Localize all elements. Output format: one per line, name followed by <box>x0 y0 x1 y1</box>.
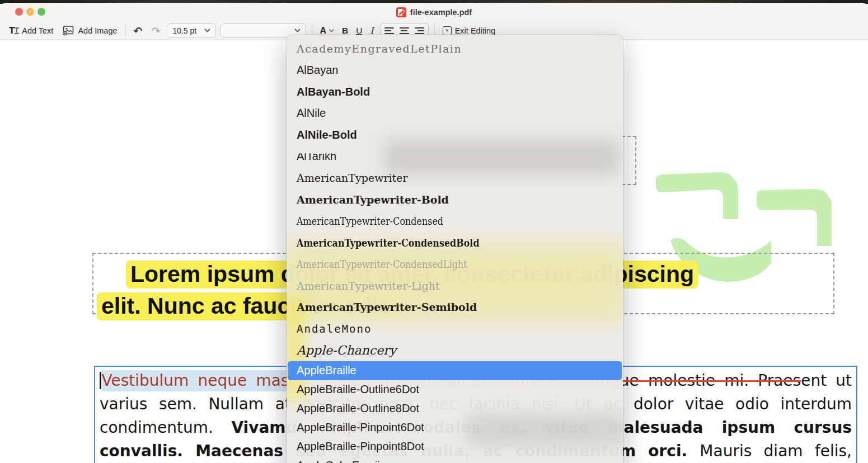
font-option[interactable]: AppleColorEmoji <box>287 456 623 463</box>
font-color-label: A <box>320 26 326 36</box>
font-size-select[interactable]: 10.5 pt <box>167 23 216 38</box>
font-option[interactable]: AppleBraille-Outline6Dot <box>287 380 623 399</box>
chevron-down-icon <box>294 29 301 32</box>
add-text-button[interactable]: T⌶ Add Text <box>4 23 58 39</box>
window-title: file-example.pdf <box>410 8 472 17</box>
add-image-button[interactable]: Add Image <box>58 23 121 39</box>
redo-button[interactable]: ↷ <box>147 23 165 39</box>
struck-text: ue molestie mi. Praes <box>620 371 801 390</box>
font-option[interactable]: AlBayan <box>287 60 623 82</box>
screen: { "window": { "title": "file-example.pdf… <box>0 0 868 463</box>
font-option-label: AppleBraille-Outline6Dot <box>297 383 419 396</box>
underline-label: U <box>356 26 362 36</box>
font-option[interactable]: AppleBraille-Pinpoint6Dot <box>287 418 623 437</box>
font-option[interactable]: AlNile <box>287 103 623 125</box>
font-size-value: 10.5 pt <box>172 26 196 35</box>
font-option-label: AmericanTypewriter-CondensedBold <box>297 237 480 249</box>
redo-icon: ↷ <box>151 25 160 37</box>
exit-editing-label: Exit Editing <box>455 26 496 35</box>
font-option-label: AmericanTypewriter-Semibold <box>297 301 477 313</box>
font-option-label: AlTarikh <box>297 150 336 163</box>
text-caret <box>100 372 101 389</box>
text-cursor-icon: T⌶ <box>9 26 18 36</box>
font-option-label: Apple-Chancery <box>297 343 396 357</box>
font-option[interactable]: AmericanTypewriter-Light <box>287 275 623 297</box>
font-option[interactable]: AlNile-Bold <box>287 124 623 146</box>
font-option-label: AmericanTypewriter-Bold <box>297 193 449 206</box>
font-option[interactable]: AppleBraille-Pinpoint8Dot <box>287 437 623 456</box>
font-option-label: AlNile <box>297 107 326 120</box>
font-option-label: AppleBraille <box>297 364 356 377</box>
font-option-label: AppleBraille-Pinpoint6Dot <box>297 421 424 434</box>
font-option-label: AcademyEngravedLetPlain <box>297 42 462 55</box>
font-family-dropdown-menu: AcademyEngravedLetPlainAlBayanAlBayan-Bo… <box>287 35 623 463</box>
add-image-label: Add Image <box>78 26 117 35</box>
add-image-icon <box>62 26 74 36</box>
chevron-down-icon <box>329 29 334 32</box>
exit-editing-icon: × <box>443 26 452 35</box>
font-option-label: AlNile-Bold <box>297 129 357 141</box>
font-option-label: AndaleMono <box>297 323 372 335</box>
bold-label: B <box>342 26 348 36</box>
titlebar: file-example.pdf <box>0 3 868 21</box>
font-option-label: AmericanTypewriter-Light <box>297 280 440 292</box>
body-text: Mauris diam felis, <box>700 442 852 460</box>
font-option-label: AppleColorEmoji <box>297 459 380 463</box>
font-option[interactable]: AmericanTypewriter-CondensedBold <box>287 232 623 254</box>
window-title-area: file-example.pdf <box>0 3 868 21</box>
font-option-label: AmericanTypewriter-Condensed <box>297 215 443 227</box>
font-option[interactable]: AmericanTypewriter <box>287 167 623 189</box>
chevron-down-icon <box>204 29 210 32</box>
font-option-list: AcademyEngravedLetPlainAlBayanAlBayan-Bo… <box>287 35 623 463</box>
font-option[interactable]: AmericanTypewriter-CondensedLight <box>287 253 623 275</box>
pdf-file-icon <box>396 7 406 17</box>
body-text: condimentum. <box>100 418 231 437</box>
font-option[interactable]: AlTarikh <box>287 146 623 168</box>
font-option-label: AlBayan-Bold <box>297 86 370 98</box>
font-option-label: AmericanTypewriter-CondensedLight <box>297 258 467 270</box>
font-option[interactable]: AmericanTypewriter-Condensed <box>287 210 623 232</box>
font-option-label: AmericanTypewriter <box>297 172 408 184</box>
add-text-label: Add Text <box>22 26 53 35</box>
font-option[interactable]: AndaleMono <box>287 318 623 340</box>
font-option[interactable]: AcademyEngravedLetPlain <box>287 38 623 60</box>
font-option[interactable]: Apple-Chancery <box>287 339 623 361</box>
font-option-label: AppleBraille-Pinpoint8Dot <box>297 440 424 453</box>
font-option-label: AppleBraille-Outline8Dot <box>297 402 419 415</box>
toolbar-separator <box>125 24 126 37</box>
font-option[interactable]: AmericanTypewriter-Bold <box>287 189 623 211</box>
font-option[interactable]: AlBayan-Bold <box>287 81 623 103</box>
font-option-selected[interactable]: AppleBraille <box>288 361 622 380</box>
body-text: ent ut <box>801 371 852 390</box>
undo-button[interactable]: ↶ <box>129 23 147 39</box>
font-option-label: AlBayan <box>297 64 339 77</box>
undo-icon: ↶ <box>134 25 143 37</box>
font-option[interactable]: AppleBraille-Outline8Dot <box>287 399 623 418</box>
font-option[interactable]: AmericanTypewriter-Semibold <box>287 296 623 318</box>
